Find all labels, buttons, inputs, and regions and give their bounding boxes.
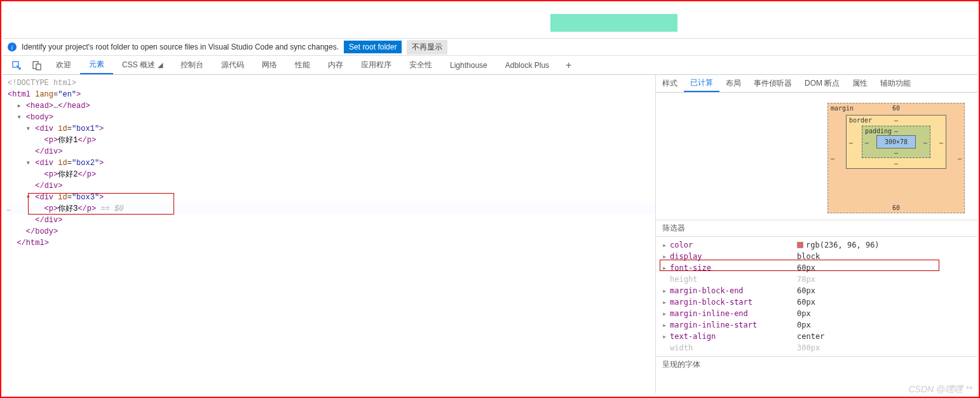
box2-close[interactable]: </div> (8, 180, 655, 192)
html-close[interactable]: </html> (8, 237, 655, 249)
page-preview (3, 3, 977, 38)
preview-highlight-box (550, 14, 677, 32)
dom-tree[interactable]: <!DOCTYPE html> <html lang="en"> ▸ <head… (3, 75, 656, 393)
tab-css-overview[interactable]: CSS 概述◢ (113, 56, 172, 74)
computed-row[interactable]: ▸displayblock (656, 251, 977, 262)
computed-row[interactable]: ▸font-size60px (656, 262, 977, 274)
bm-margin-top: 60 (892, 105, 900, 112)
pin-icon: ◢ (158, 61, 163, 69)
styles-tabbar: 样式 已计算 布局 事件侦听器 DOM 断点 属性 辅助功能 (656, 75, 977, 93)
box-model-diagram[interactable]: margin 60 60 – – border – – – – padding … (656, 93, 977, 220)
styles-tab-layout[interactable]: 布局 (719, 75, 747, 92)
box1-close[interactable]: </div> (8, 146, 655, 157)
bm-pad-left: – (865, 138, 869, 145)
tab-adblock[interactable]: Adblock Plus (496, 56, 558, 74)
infobar: i Identify your project's root folder to… (3, 38, 977, 56)
styles-tab-listeners[interactable]: 事件侦听器 (747, 75, 798, 92)
computed-row[interactable]: ▸text-aligncenter (656, 331, 977, 342)
bm-border-top: – (894, 117, 898, 124)
info-icon: i (8, 43, 17, 51)
tab-welcome[interactable]: 欢迎 (47, 56, 80, 74)
svg-rect-2 (36, 64, 41, 70)
computed-row[interactable]: ▸margin-inline-end0px (656, 308, 977, 319)
p1-node[interactable]: <p>你好1</p> (8, 135, 655, 146)
computed-row[interactable]: height78px (656, 274, 977, 285)
styles-tab-a11y[interactable]: 辅助功能 (874, 75, 917, 92)
bm-border-left: – (849, 138, 853, 145)
computed-row[interactable]: ▸margin-block-start60px (656, 296, 977, 308)
p3-node-selected[interactable]: … <p>你好3</p> == $0 (8, 203, 655, 215)
styles-tab-dombp[interactable]: DOM 断点 (798, 75, 846, 92)
computed-row[interactable]: width300px (656, 342, 977, 354)
bm-margin-right: – (958, 155, 962, 162)
bm-border-bottom: – (894, 160, 898, 167)
add-tab-button[interactable]: + (558, 60, 579, 71)
tab-elements[interactable]: 元素 (80, 56, 113, 74)
p2-node[interactable]: <p>你好2</p> (8, 169, 655, 180)
tab-security[interactable]: 安全性 (400, 56, 441, 74)
bm-margin-left: – (831, 155, 834, 162)
box2-open[interactable]: ▾ <div id="box2"> (8, 157, 655, 169)
bm-margin-bottom: 60 (892, 204, 900, 211)
body-close[interactable]: </body> (8, 226, 655, 237)
bm-border-label: border (849, 117, 872, 124)
device-toggle-icon[interactable] (27, 56, 47, 74)
set-root-folder-button[interactable]: Set root folder (344, 41, 402, 53)
devtools-tabbar: 欢迎 元素 CSS 概述◢ 控制台 源代码 网络 性能 内存 应用程序 安全性 … (3, 56, 977, 75)
computed-properties: ▸colorrgb(236, 96, 96)▸displayblock▸font… (656, 237, 977, 356)
filter-label[interactable]: 筛选器 (656, 220, 977, 237)
box3-open[interactable]: ▾ <div id="box3"> (8, 192, 655, 203)
tab-console[interactable]: 控制台 (172, 56, 212, 74)
computed-row[interactable]: ▸margin-inline-start0px (656, 319, 977, 331)
bm-padding-label: padding (865, 128, 892, 135)
styles-tab-props[interactable]: 属性 (846, 75, 874, 92)
tab-network[interactable]: 网络 (253, 56, 286, 74)
body-open[interactable]: ▾ <body> (8, 112, 655, 123)
infobar-message: Identify your project's root folder to o… (22, 43, 339, 51)
watermark: CSDN @嘿嘿 ** (908, 384, 972, 395)
dismiss-button[interactable]: 不再显示 (407, 40, 447, 55)
bm-content-size: 300×78 (876, 135, 916, 149)
color-swatch-icon (797, 242, 803, 248)
head-node[interactable]: ▸ <head>…</head> (8, 100, 655, 112)
bm-border-right: – (939, 138, 943, 145)
inspect-icon[interactable] (6, 56, 27, 74)
tab-performance[interactable]: 性能 (286, 56, 319, 74)
tab-memory[interactable]: 内存 (319, 56, 352, 74)
bm-pad-right: – (923, 138, 927, 145)
tab-application[interactable]: 应用程序 (352, 56, 400, 74)
html-open[interactable]: <html lang="en"> (8, 89, 655, 100)
tab-sources[interactable]: 源代码 (212, 56, 253, 74)
bm-pad-top: – (894, 128, 898, 135)
styles-tab-styles[interactable]: 样式 (656, 75, 684, 92)
styles-tab-computed[interactable]: 已计算 (684, 75, 719, 92)
box3-close[interactable]: </div> (8, 215, 655, 226)
doctype: <!DOCTYPE html> (8, 79, 76, 88)
bm-margin-label: margin (831, 105, 854, 112)
tab-lighthouse[interactable]: Lighthouse (441, 56, 496, 74)
box1-open[interactable]: ▾ <div id="box1"> (8, 123, 655, 135)
computed-row[interactable]: ▸colorrgb(236, 96, 96) (656, 239, 977, 251)
rendered-fonts-label: 呈现的字体 (656, 356, 977, 373)
computed-row[interactable]: ▸margin-block-end60px (656, 285, 977, 296)
bm-pad-bottom: – (894, 149, 898, 156)
